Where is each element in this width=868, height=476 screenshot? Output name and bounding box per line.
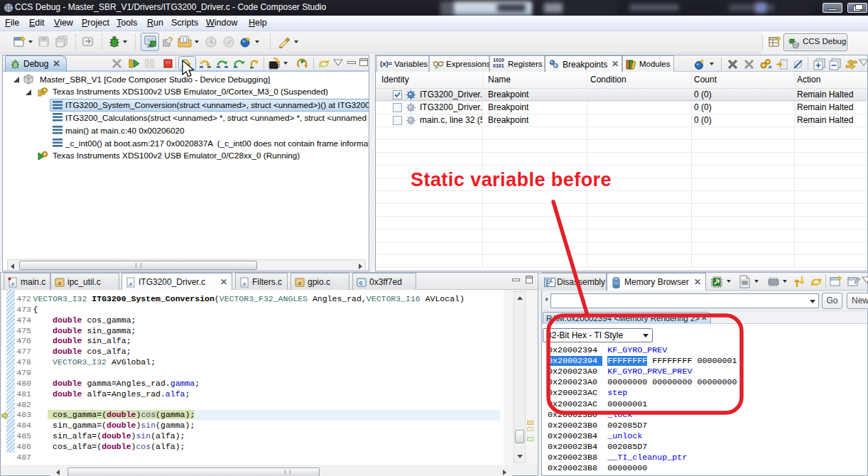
svg-text:{}: {} [182,37,188,43]
svg-text:.c: .c [297,280,302,286]
svg-text:.c: .c [57,280,62,286]
svg-text:.c: .c [128,281,133,287]
svg-text:x=: x= [435,65,439,70]
svg-text:.c: .c [10,281,15,287]
svg-text:.c: .c [242,281,246,287]
svg-text:c: c [359,279,363,286]
